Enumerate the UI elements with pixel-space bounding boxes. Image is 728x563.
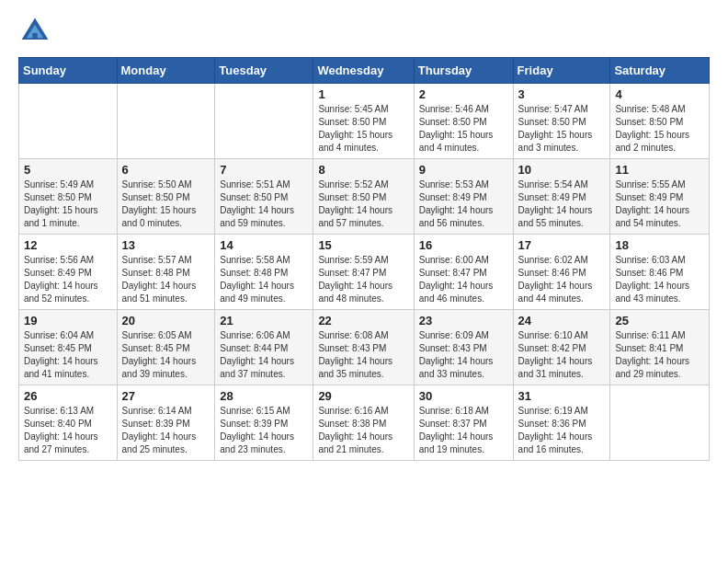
day-info: Sunrise: 6:03 AM Sunset: 8:46 PM Dayligh… — [615, 254, 704, 305]
day-number: 25 — [615, 314, 704, 327]
calendar-cell: 20Sunrise: 6:05 AM Sunset: 8:45 PM Dayli… — [117, 310, 215, 385]
calendar-cell: 17Sunrise: 6:02 AM Sunset: 8:46 PM Dayli… — [513, 235, 610, 310]
day-number: 24 — [518, 314, 606, 327]
day-number: 31 — [518, 389, 606, 403]
day-info: Sunrise: 6:15 AM Sunset: 8:39 PM Dayligh… — [220, 405, 308, 456]
calendar-cell: 4Sunrise: 5:48 AM Sunset: 8:50 PM Daylig… — [610, 84, 710, 159]
day-info: Sunrise: 5:45 AM Sunset: 8:50 PM Dayligh… — [318, 103, 408, 155]
calendar-table: SundayMondayTuesdayWednesdayThursdayFrid… — [18, 57, 710, 461]
day-header-monday: Monday — [117, 58, 215, 84]
day-number: 4 — [615, 87, 704, 101]
day-info: Sunrise: 6:00 AM Sunset: 8:47 PM Dayligh… — [419, 254, 508, 305]
day-number: 3 — [518, 87, 606, 101]
calendar-cell: 13Sunrise: 5:57 AM Sunset: 8:48 PM Dayli… — [117, 235, 215, 310]
calendar-cell: 21Sunrise: 6:06 AM Sunset: 8:44 PM Dayli… — [215, 310, 313, 385]
day-info: Sunrise: 5:55 AM Sunset: 8:49 PM Dayligh… — [615, 178, 704, 230]
calendar-cell: 2Sunrise: 5:46 AM Sunset: 8:50 PM Daylig… — [414, 84, 513, 159]
calendar-cell: 28Sunrise: 6:15 AM Sunset: 8:39 PM Dayli… — [215, 385, 313, 461]
day-info: Sunrise: 5:57 AM Sunset: 8:48 PM Dayligh… — [122, 254, 210, 305]
calendar-cell: 7Sunrise: 5:51 AM Sunset: 8:50 PM Daylig… — [215, 159, 313, 235]
calendar-body: 1Sunrise: 5:45 AM Sunset: 8:50 PM Daylig… — [19, 84, 710, 461]
day-info: Sunrise: 5:56 AM Sunset: 8:49 PM Dayligh… — [24, 254, 112, 305]
calendar-cell: 19Sunrise: 6:04 AM Sunset: 8:45 PM Dayli… — [19, 310, 118, 385]
week-row-5: 26Sunrise: 6:13 AM Sunset: 8:40 PM Dayli… — [19, 385, 710, 461]
day-header-tuesday: Tuesday — [215, 58, 313, 84]
day-info: Sunrise: 6:11 AM Sunset: 8:41 PM Dayligh… — [615, 329, 704, 381]
calendar-cell: 6Sunrise: 5:50 AM Sunset: 8:50 PM Daylig… — [117, 159, 215, 235]
day-info: Sunrise: 6:19 AM Sunset: 8:36 PM Dayligh… — [518, 405, 606, 456]
day-number: 21 — [220, 314, 308, 327]
calendar-cell: 31Sunrise: 6:19 AM Sunset: 8:36 PM Dayli… — [513, 385, 610, 461]
day-info: Sunrise: 6:02 AM Sunset: 8:46 PM Dayligh… — [518, 254, 606, 305]
week-row-4: 19Sunrise: 6:04 AM Sunset: 8:45 PM Dayli… — [19, 310, 710, 385]
day-info: Sunrise: 6:14 AM Sunset: 8:39 PM Dayligh… — [122, 405, 210, 456]
week-row-2: 5Sunrise: 5:49 AM Sunset: 8:50 PM Daylig… — [19, 159, 710, 235]
calendar-cell: 23Sunrise: 6:09 AM Sunset: 8:43 PM Dayli… — [414, 310, 513, 385]
calendar-cell: 30Sunrise: 6:18 AM Sunset: 8:37 PM Dayli… — [414, 385, 513, 461]
calendar-cell — [610, 385, 710, 461]
day-number: 30 — [419, 389, 508, 403]
day-header-thursday: Thursday — [414, 58, 513, 84]
week-row-3: 12Sunrise: 5:56 AM Sunset: 8:49 PM Dayli… — [19, 235, 710, 310]
day-number: 11 — [615, 163, 704, 177]
calendar-cell: 18Sunrise: 6:03 AM Sunset: 8:46 PM Dayli… — [610, 235, 710, 310]
day-info: Sunrise: 6:04 AM Sunset: 8:45 PM Dayligh… — [24, 329, 112, 381]
page: SundayMondayTuesdayWednesdayThursdayFrid… — [0, 0, 728, 470]
calendar-cell: 12Sunrise: 5:56 AM Sunset: 8:49 PM Dayli… — [19, 235, 118, 310]
day-number: 6 — [122, 163, 210, 177]
day-info: Sunrise: 5:59 AM Sunset: 8:47 PM Dayligh… — [318, 254, 408, 305]
day-number: 15 — [318, 238, 408, 252]
day-info: Sunrise: 5:48 AM Sunset: 8:50 PM Dayligh… — [615, 103, 704, 155]
day-number: 20 — [122, 314, 210, 327]
day-header-wednesday: Wednesday — [313, 58, 414, 84]
day-info: Sunrise: 5:51 AM Sunset: 8:50 PM Dayligh… — [220, 178, 308, 230]
calendar-cell: 29Sunrise: 6:16 AM Sunset: 8:38 PM Dayli… — [313, 385, 414, 461]
day-number: 1 — [318, 87, 408, 101]
day-number: 13 — [122, 238, 210, 252]
day-info: Sunrise: 6:16 AM Sunset: 8:38 PM Dayligh… — [318, 405, 408, 456]
calendar-cell: 25Sunrise: 6:11 AM Sunset: 8:41 PM Dayli… — [610, 310, 710, 385]
calendar-cell — [19, 84, 118, 159]
day-number: 29 — [318, 389, 408, 403]
day-number: 28 — [220, 389, 308, 403]
day-info: Sunrise: 6:18 AM Sunset: 8:37 PM Dayligh… — [419, 405, 508, 456]
day-info: Sunrise: 5:54 AM Sunset: 8:49 PM Dayligh… — [518, 178, 606, 230]
calendar-cell: 24Sunrise: 6:10 AM Sunset: 8:42 PM Dayli… — [513, 310, 610, 385]
calendar-header: SundayMondayTuesdayWednesdayThursdayFrid… — [19, 58, 710, 84]
day-info: Sunrise: 6:10 AM Sunset: 8:42 PM Dayligh… — [518, 329, 606, 381]
days-header-row: SundayMondayTuesdayWednesdayThursdayFrid… — [19, 58, 710, 84]
day-info: Sunrise: 6:06 AM Sunset: 8:44 PM Dayligh… — [220, 329, 308, 381]
svg-rect-2 — [32, 33, 37, 40]
calendar-cell — [117, 84, 215, 159]
calendar-cell: 16Sunrise: 6:00 AM Sunset: 8:47 PM Dayli… — [414, 235, 513, 310]
day-info: Sunrise: 5:49 AM Sunset: 8:50 PM Dayligh… — [24, 178, 112, 230]
day-number: 10 — [518, 163, 606, 177]
day-number: 5 — [24, 163, 112, 177]
calendar-cell: 8Sunrise: 5:52 AM Sunset: 8:50 PM Daylig… — [313, 159, 414, 235]
day-number: 19 — [24, 314, 112, 327]
calendar-cell: 3Sunrise: 5:47 AM Sunset: 8:50 PM Daylig… — [513, 84, 610, 159]
day-number: 27 — [122, 389, 210, 403]
day-info: Sunrise: 5:47 AM Sunset: 8:50 PM Dayligh… — [518, 103, 606, 155]
day-info: Sunrise: 5:50 AM Sunset: 8:50 PM Dayligh… — [122, 178, 210, 230]
calendar-cell: 10Sunrise: 5:54 AM Sunset: 8:49 PM Dayli… — [513, 159, 610, 235]
day-number: 9 — [419, 163, 508, 177]
day-number: 12 — [24, 238, 112, 252]
calendar-cell: 1Sunrise: 5:45 AM Sunset: 8:50 PM Daylig… — [313, 84, 414, 159]
calendar-cell: 27Sunrise: 6:14 AM Sunset: 8:39 PM Dayli… — [117, 385, 215, 461]
week-row-1: 1Sunrise: 5:45 AM Sunset: 8:50 PM Daylig… — [19, 84, 710, 159]
day-number: 18 — [615, 238, 704, 252]
day-info: Sunrise: 6:08 AM Sunset: 8:43 PM Dayligh… — [318, 329, 408, 381]
header — [18, 15, 710, 48]
day-header-saturday: Saturday — [610, 58, 710, 84]
day-info: Sunrise: 6:13 AM Sunset: 8:40 PM Dayligh… — [24, 405, 112, 456]
calendar-cell: 22Sunrise: 6:08 AM Sunset: 8:43 PM Dayli… — [313, 310, 414, 385]
day-info: Sunrise: 5:46 AM Sunset: 8:50 PM Dayligh… — [419, 103, 508, 155]
day-number: 14 — [220, 238, 308, 252]
calendar-cell: 11Sunrise: 5:55 AM Sunset: 8:49 PM Dayli… — [610, 159, 710, 235]
calendar-cell: 15Sunrise: 5:59 AM Sunset: 8:47 PM Dayli… — [313, 235, 414, 310]
calendar-cell: 26Sunrise: 6:13 AM Sunset: 8:40 PM Dayli… — [19, 385, 118, 461]
calendar-cell — [215, 84, 313, 159]
day-number: 8 — [318, 163, 408, 177]
day-number: 7 — [220, 163, 308, 177]
